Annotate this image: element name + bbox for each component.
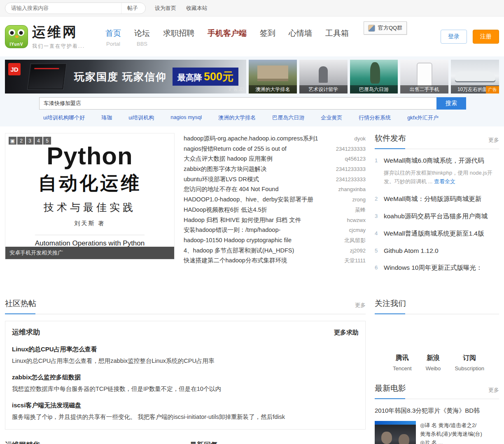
slideshow-page-button[interactable]: 4	[35, 137, 42, 145]
article-author[interactable]: 天堂1111	[344, 256, 366, 266]
article-row: 大众点评大数据 hadoop 应用案例 q456123	[184, 154, 366, 164]
qq-group-icon	[368, 25, 375, 32]
follow-tencent[interactable]: 腾讯 Tencent	[393, 354, 412, 372]
search-input[interactable]	[5, 5, 121, 11]
ad-thumb-bali-tour[interactable]: 巴厘岛六日游	[350, 60, 398, 93]
ad-link[interactable]: nagios mysql	[170, 114, 202, 122]
article-link[interactable]: HADOOP1.0-hadoop、hive、derby安装部署手册	[184, 194, 313, 205]
help-item-link[interactable]: zabbix怎么监控多组数据	[12, 374, 359, 381]
ad-link[interactable]: 珞珈	[101, 114, 112, 122]
article-link[interactable]: 大众点评大数据 hadoop 应用案例	[184, 154, 273, 164]
movie-link[interactable]: 2010年韩国8.3分犯罪片《黄海》BD韩	[375, 407, 499, 415]
article-link[interactable]: 您访问的地址不存在 404 Not Found	[184, 184, 278, 194]
software-item-link[interactable]: WeMall商城6.0商城系统，开源代码	[384, 157, 499, 165]
nav-item-forum[interactable]: 论坛 BBS	[134, 28, 150, 47]
site-logo[interactable]: IYunV 运维网 我们一直在守护着...	[5, 23, 99, 50]
article-row: nagios报错Return code of 255 is out of 234…	[184, 144, 366, 154]
ad-label: 广告 JD	[229, 86, 244, 92]
article-author[interactable]: q456123	[345, 154, 366, 164]
ad-thumb-art-study[interactable]: 艺术设计留学	[299, 60, 348, 93]
bookmark-site-link[interactable]: 收藏本站	[186, 5, 208, 12]
qr-codes-area	[375, 314, 499, 354]
featured-slideshow[interactable]: ▣ 2 3 4 5 Python 自动化运维 技术与最佳实践 刘天斯 著 Aut…	[5, 133, 175, 259]
movie-poster-image[interactable]	[375, 421, 416, 444]
jd-ad-banner[interactable]: JD 玩家国度 玩家信仰 最高降 500元 广告 JD	[5, 60, 246, 93]
help-item-link[interactable]: Linux的总CPU占用率怎么查看	[12, 346, 359, 353]
article-link[interactable]: HADoop视频教程6折 低达4.5折	[184, 205, 267, 215]
ad-link[interactable]: ui培训机构	[128, 114, 154, 122]
software-item: 5 Github Atom 1.12.0	[375, 247, 499, 255]
article-link[interactable]: hadoop-10150 Hadoop cryptographic file	[184, 235, 292, 245]
article-link[interactable]: zabbix的图形字体方块问题解决	[184, 164, 266, 174]
article-author[interactable]: 菜蜂	[355, 205, 366, 215]
nav-item-toolbox[interactable]: 工具箱	[325, 28, 349, 39]
slideshow-page-button[interactable]: 3	[26, 137, 34, 145]
article-author[interactable]: dyok	[355, 134, 366, 144]
register-button[interactable]: 注册	[473, 30, 499, 44]
ad-link[interactable]: gkfx外汇开户	[407, 114, 439, 122]
ad-search-button[interactable]: 搜索	[436, 97, 466, 110]
community-more-link[interactable]: 更多	[355, 301, 366, 309]
slideshow-counter-icon[interactable]: ▣	[9, 137, 16, 145]
slideshow-page-button[interactable]: 5	[43, 137, 51, 145]
article-author[interactable]: hcwzwx	[347, 215, 366, 226]
slideshow-page-button[interactable]: 2	[17, 137, 25, 145]
follow-subscription[interactable]: 订阅 Subscription	[455, 354, 484, 372]
help-item-link[interactable]: iscsi客户端无法发现磁盘	[12, 402, 359, 409]
article-link[interactable]: 安装hadoop错误一则：/tmp/hadoop-	[184, 225, 280, 235]
nav-item-home[interactable]: 首页 Portal	[105, 28, 121, 47]
article-author[interactable]: cjcmay	[349, 225, 366, 236]
article-link[interactable]: hadoop源码-org.apache.hadoop.io.compress系列…	[184, 133, 318, 144]
article-author[interactable]: 2341233333	[336, 144, 366, 154]
article-link[interactable]: ubuntu环境部署LVS DR模式	[184, 174, 259, 185]
slideshow-caption[interactable]: 安卓手机开发相关推广	[5, 247, 174, 259]
ad-corner-tag: 广告	[486, 86, 499, 93]
ad-link[interactable]: ui培训机构哪个好	[43, 114, 85, 122]
software-item-link[interactable]: WeMall普通版商城系统更新至1.4版	[384, 229, 484, 238]
follow-weibo[interactable]: 新浪 Weibo	[426, 354, 441, 372]
article-author[interactable]: 2341233333	[336, 164, 366, 175]
software-item-link[interactable]: Github Atom 1.12.0	[384, 247, 439, 255]
article-author[interactable]: 北风留影	[344, 236, 366, 246]
help-more-link[interactable]: 更多求助	[334, 329, 359, 337]
search-category-selector[interactable]: 帖子	[121, 3, 145, 14]
software-item-link[interactable]: Windows 10周年更新正式版曝光：	[384, 264, 482, 272]
hot-article-list: hadoop源码-org.apache.hadoop.io.compress系列…	[184, 133, 366, 281]
ad-thumb-used-phone[interactable]: 出售二手手机	[400, 60, 448, 93]
software-item-link[interactable]: koahub源码交易平台迅猫多用户商城	[384, 212, 488, 221]
global-search-box[interactable]: 帖子	[5, 2, 146, 14]
ad-thumb-car[interactable]: 10万左右的新车 广告	[451, 60, 499, 93]
article-author[interactable]: zhangxinba	[338, 185, 366, 195]
set-homepage-link[interactable]: 设为首页	[155, 5, 176, 12]
login-button[interactable]: 登录	[441, 30, 467, 44]
article-link[interactable]: 4、hadoop 多节点部署和测试(HA_HDFS)	[184, 245, 294, 256]
article-row: HADoop视频教程6折 低达4.5折 菜蜂	[184, 205, 366, 215]
help-section-title: 运维求助	[12, 327, 40, 337]
follow-section-title: 关注我们	[375, 298, 406, 309]
ad-link[interactable]: 巴厘岛六日游	[272, 114, 304, 122]
nav-item-jobs[interactable]: 求职招聘	[163, 28, 194, 39]
article-link[interactable]: 快速搭建第二个hadoop分布式集群环境	[184, 255, 287, 266]
read-full-text-link[interactable]: 查看全文	[434, 178, 455, 185]
ad-search-input[interactable]	[39, 97, 436, 110]
article-row: zabbix的图形字体方块问题解决 2341233333	[184, 164, 366, 174]
article-link[interactable]: Hadoop 归档 和HIVE 如何使用har 归档 文件	[184, 215, 301, 225]
nav-item-checkin[interactable]: 签到	[260, 28, 275, 39]
movies-more-link[interactable]: 更多	[488, 386, 499, 394]
ad-thumb-university[interactable]: 澳洲的大学排名	[249, 60, 297, 93]
software-item-link[interactable]: WeMall商城：分销版源码商城更新	[384, 195, 481, 203]
ad-link[interactable]: 企业黄页	[321, 114, 342, 122]
movies-section-title: 最新电影	[375, 383, 406, 394]
article-author[interactable]: zrong	[352, 195, 366, 205]
nav-item-mood-wall[interactable]: 心情墙	[289, 28, 312, 39]
ad-link[interactable]: 澳洲的大学排名	[218, 114, 256, 122]
nav-item-mobile-client[interactable]: 手机客户端	[208, 28, 247, 39]
article-author[interactable]: 2341233333	[336, 175, 366, 185]
article-link[interactable]: nagios报错Return code of 255 is out of	[184, 144, 287, 154]
ad-link[interactable]: 行情分析系统	[359, 114, 391, 122]
official-qq-group-button[interactable]: 官方QQ群	[364, 21, 407, 35]
software-more-link[interactable]: 更多	[488, 136, 499, 144]
movie-info: ◎译 名 黄海/追击者之2/ 黄海杀机(港)/黄海迷编(台) ◎片 名 ...	[420, 421, 482, 444]
article-author[interactable]: zj2092	[350, 246, 366, 256]
book-cover-image: Python 自动化运维 技术与最佳实践 刘天斯 著 Automation Op…	[5, 133, 174, 248]
